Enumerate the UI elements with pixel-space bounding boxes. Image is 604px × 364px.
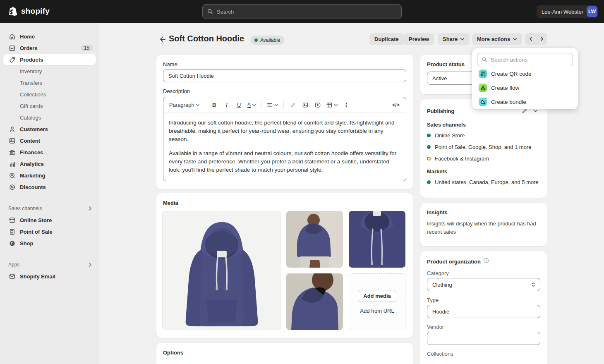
- toolbar-divider: [261, 101, 261, 109]
- active-channel-dot-icon: [427, 134, 431, 137]
- share-button[interactable]: Share: [438, 33, 470, 45]
- hoodie-model-image: [286, 211, 343, 268]
- shopify-logo[interactable]: shopify: [8, 6, 50, 17]
- sidebar-item-gift-cards[interactable]: Gift cards: [3, 100, 96, 112]
- previous-product-button[interactable]: [525, 33, 536, 45]
- content-icon: [8, 137, 16, 144]
- menu-item-create-qr-code[interactable]: Create QR code: [477, 67, 573, 80]
- menu-item-create-flow[interactable]: Create flow: [477, 81, 573, 94]
- publishing-heading: Publishing: [427, 108, 454, 114]
- sidebar-item-online-store[interactable]: Online Store: [3, 214, 96, 226]
- info-icon[interactable]: [483, 258, 489, 265]
- description-paragraph: Available in a range of vibrant and neut…: [169, 149, 400, 174]
- product-pagination: [525, 33, 547, 45]
- chevron-down-icon: [274, 103, 278, 107]
- type-input[interactable]: [427, 305, 540, 318]
- sidebar-item-label: Finances: [20, 149, 43, 156]
- sidebar-item-catalogs[interactable]: Catalogs: [3, 112, 96, 123]
- sidebar-item-shopify-email[interactable]: Shopify Email: [3, 271, 96, 282]
- duplicate-button[interactable]: Duplicate: [369, 33, 404, 45]
- sidebar-item-marketing[interactable]: Marketing: [3, 170, 96, 181]
- description-content[interactable]: Introducing our soft cotton hoodie, the …: [163, 113, 406, 181]
- sidebar-item-products[interactable]: Products: [3, 54, 96, 65]
- orders-icon: [8, 44, 16, 52]
- italic-button[interactable]: I: [221, 99, 232, 111]
- online-store-icon: [8, 216, 16, 224]
- text-color-dropdown[interactable]: A: [246, 99, 258, 111]
- next-product-button[interactable]: [536, 33, 547, 45]
- sidebar-item-label: Analytics: [20, 161, 44, 167]
- publishing-card: Publishing Sales channels Online Store P…: [420, 99, 547, 198]
- insert-image-button[interactable]: [300, 99, 311, 111]
- product-image-thumb-3[interactable]: [286, 273, 343, 330]
- product-status-value: Active: [432, 75, 447, 81]
- show-html-button[interactable]: </>: [390, 99, 402, 111]
- sidebar-section-sales-channels[interactable]: Sales channels: [3, 203, 96, 214]
- kebab-menu-icon: [343, 102, 350, 108]
- add-from-url-button[interactable]: Add from URL: [360, 308, 394, 314]
- add-media-dropzone[interactable]: Add media Add from URL: [349, 273, 405, 330]
- status-badge: Available: [250, 36, 284, 45]
- analytics-icon: [8, 160, 16, 168]
- product-image-thumb-1[interactable]: [286, 211, 343, 268]
- chevron-down-icon: [533, 109, 538, 113]
- sidebar-item-discounts[interactable]: Discounts: [3, 181, 96, 193]
- qr-code-icon: [479, 69, 487, 78]
- sidebar-item-finances[interactable]: Finances: [3, 146, 96, 158]
- paragraph-style-dropdown[interactable]: Paragraph: [168, 99, 201, 111]
- link-button[interactable]: [287, 99, 299, 111]
- back-button[interactable]: [157, 34, 168, 45]
- sidebar-item-collections[interactable]: Collections: [3, 89, 96, 100]
- sidebar-item-home[interactable]: Home: [3, 31, 96, 42]
- sidebar-item-analytics[interactable]: Analytics: [3, 158, 96, 170]
- channel-row: Facebook & Instagram: [427, 153, 540, 164]
- underline-button[interactable]: U: [233, 99, 245, 111]
- product-image-main[interactable]: [162, 211, 281, 330]
- sidebar-section-apps[interactable]: Apps: [3, 259, 96, 271]
- sidebar-item-point-of-sale[interactable]: Point of Sale: [3, 226, 96, 237]
- sidebar-item-transfers[interactable]: Transfers: [3, 77, 96, 89]
- insert-video-button[interactable]: [312, 99, 324, 111]
- options-card: Options: [156, 343, 413, 364]
- sidebar-item-label: Content: [20, 138, 40, 144]
- preview-button[interactable]: Preview: [404, 33, 434, 45]
- products-icon: [8, 56, 16, 63]
- menu-item-create-bundle[interactable]: Create bundle: [477, 95, 573, 108]
- more-actions-button[interactable]: More actions: [472, 33, 522, 45]
- chevron-right-icon: [88, 262, 93, 267]
- marketing-icon: [8, 172, 16, 179]
- chevron-left-icon: [528, 36, 533, 41]
- user-menu[interactable]: Lee-Ann Webster LW: [537, 5, 598, 18]
- toolbar-divider: [283, 101, 284, 109]
- sidebar-item-orders[interactable]: Orders 15: [3, 42, 96, 54]
- product-name-input[interactable]: [163, 69, 406, 82]
- insert-table-dropdown[interactable]: [324, 99, 340, 111]
- type-label: Type: [427, 297, 540, 303]
- point-of-sale-icon: [8, 228, 16, 235]
- alignment-dropdown[interactable]: [265, 99, 280, 111]
- actions-search-input[interactable]: [491, 57, 568, 63]
- vendor-input[interactable]: [427, 332, 540, 345]
- more-actions-menu: Create QR code Create flow Create bundle: [472, 48, 578, 109]
- description-label: Description: [163, 88, 406, 94]
- actions-search[interactable]: [477, 53, 573, 66]
- toolbar-divider: [205, 101, 205, 109]
- sidebar-item-content[interactable]: Content: [3, 135, 96, 146]
- inactive-channel-ring-icon: [427, 157, 431, 160]
- shop-icon: [8, 239, 16, 247]
- bold-button[interactable]: B: [209, 99, 220, 111]
- more-formatting-button[interactable]: [340, 99, 352, 111]
- product-image-thumb-2[interactable]: [349, 211, 405, 268]
- category-select[interactable]: Clothing: [427, 278, 540, 291]
- menu-item-label: Create flow: [491, 85, 519, 91]
- add-media-button[interactable]: Add media: [358, 290, 396, 302]
- sidebar-nav: Home Orders 15 Products Inventory Transf…: [0, 23, 99, 364]
- global-search[interactable]: [202, 4, 402, 19]
- sidebar-item-shop[interactable]: Shop: [3, 237, 96, 249]
- product-organization-card: Product organization Category Clothing T…: [420, 251, 547, 364]
- button-label: Preview: [409, 36, 429, 42]
- sidebar-item-inventory[interactable]: Inventory: [3, 65, 96, 77]
- global-search-input[interactable]: [217, 9, 397, 15]
- sidebar-item-customers[interactable]: Customers: [3, 123, 96, 135]
- available-dot-icon: [254, 38, 258, 42]
